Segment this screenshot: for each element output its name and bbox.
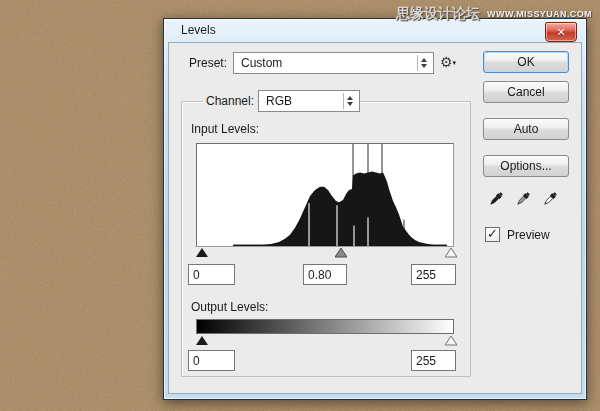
stepper-icon — [417, 55, 430, 71]
black-point-eyedropper-icon[interactable] — [487, 190, 505, 208]
output-shadow-slider[interactable] — [196, 336, 208, 346]
histogram-panel — [196, 143, 454, 247]
cancel-button[interactable]: Cancel — [483, 81, 569, 103]
close-icon: ✕ — [556, 27, 565, 37]
close-button[interactable]: ✕ — [545, 22, 577, 42]
output-levels-label: Output Levels: — [191, 300, 268, 314]
auto-button[interactable]: Auto — [483, 118, 569, 140]
preset-select[interactable]: Custom — [233, 52, 434, 74]
output-gradient-bar — [196, 319, 454, 334]
caret-down-icon: ▾ — [453, 59, 457, 66]
preset-label: Preset: — [189, 56, 227, 70]
output-highlight-field[interactable] — [411, 350, 456, 371]
channel-value: RGB — [266, 94, 292, 108]
preview-row: ✓ Preview — [485, 227, 550, 242]
preview-checkbox[interactable]: ✓ — [485, 227, 500, 242]
watermark-site-url: WWW.MISSYUAN.COM — [487, 9, 592, 19]
input-shadow-slider[interactable] — [196, 248, 208, 258]
white-point-eyedropper-icon[interactable] — [541, 190, 559, 208]
preview-label: Preview — [507, 228, 550, 242]
channel-label: Channel: — [203, 94, 257, 108]
dialog-title: Levels — [181, 23, 216, 37]
stepper-icon — [343, 93, 356, 109]
output-highlight-slider[interactable] — [445, 336, 457, 346]
gear-icon: ⚙ — [440, 54, 453, 70]
watermark: 思缘设计论坛 WWW.MISSYUAN.COM — [396, 5, 592, 23]
dialog-content: Preset: Custom ⚙▾ OK Cancel Auto Options… — [168, 42, 582, 394]
input-midtone-field[interactable] — [303, 264, 347, 285]
input-highlight-slider[interactable] — [445, 248, 457, 258]
input-shadow-field[interactable] — [188, 264, 235, 285]
ok-button[interactable]: OK — [483, 51, 569, 73]
watermark-site-name: 思缘设计论坛 — [396, 5, 480, 23]
input-slider-track — [196, 248, 454, 259]
gray-point-eyedropper-icon[interactable] — [514, 190, 532, 208]
preset-options-menu-button[interactable]: ⚙▾ — [440, 54, 456, 70]
options-button[interactable]: Options... — [483, 155, 569, 177]
output-slider-track — [196, 336, 454, 347]
output-shadow-field[interactable] — [188, 350, 235, 371]
histogram-chart — [197, 144, 453, 246]
levels-dialog: Levels ✕ Preset: Custom ⚙▾ OK Cancel Aut… — [163, 18, 587, 400]
input-midtone-slider[interactable] — [335, 248, 347, 258]
eyedropper-group — [487, 190, 559, 208]
channel-select[interactable]: RGB — [258, 90, 360, 112]
preset-value: Custom — [241, 56, 282, 70]
input-highlight-field[interactable] — [411, 264, 456, 285]
input-levels-label: Input Levels: — [191, 122, 259, 136]
